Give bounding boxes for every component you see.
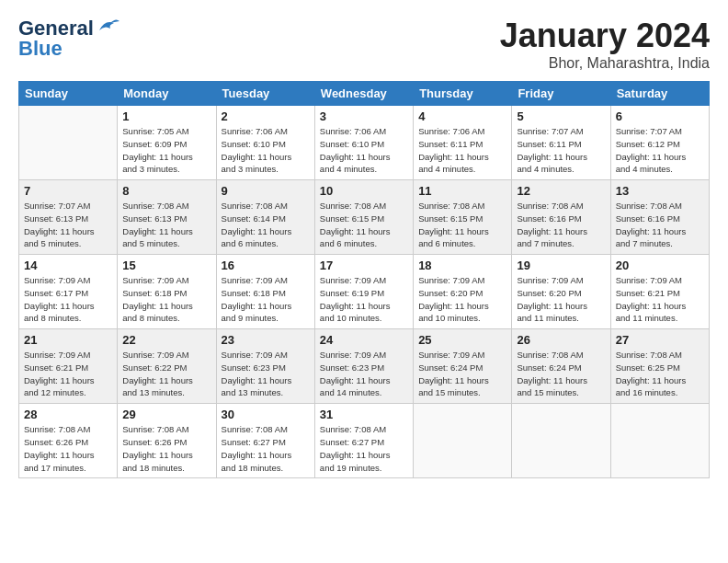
col-friday: Friday [512,82,610,106]
day-info: Sunrise: 7:08 AM Sunset: 6:26 PM Dayligh… [24,423,112,474]
day-info: Sunrise: 7:09 AM Sunset: 6:20 PM Dayligh… [418,274,506,325]
day-info: Sunrise: 7:07 AM Sunset: 6:12 PM Dayligh… [616,125,704,176]
calendar-day-cell: 24Sunrise: 7:09 AM Sunset: 6:23 PM Dayli… [314,329,413,404]
day-info: Sunrise: 7:08 AM Sunset: 6:26 PM Dayligh… [122,423,210,474]
calendar-day-cell: 23Sunrise: 7:09 AM Sunset: 6:23 PM Dayli… [216,329,314,404]
day-info: Sunrise: 7:09 AM Sunset: 6:17 PM Dayligh… [24,274,112,325]
calendar-day-cell: 28Sunrise: 7:08 AM Sunset: 6:26 PM Dayli… [19,404,118,478]
calendar-day-cell: 11Sunrise: 7:08 AM Sunset: 6:15 PM Dayli… [414,180,512,255]
calendar-day-cell: 2Sunrise: 7:06 AM Sunset: 6:10 PM Daylig… [216,106,314,180]
calendar-day-cell: 30Sunrise: 7:08 AM Sunset: 6:27 PM Dayli… [216,404,314,478]
day-number: 2 [222,109,310,123]
calendar-week-row: 28Sunrise: 7:08 AM Sunset: 6:26 PM Dayli… [19,404,710,478]
calendar-day-cell [610,404,709,478]
logo-bird-icon [96,17,121,36]
calendar-header-row: Sunday Monday Tuesday Wednesday Thursday… [19,82,710,106]
calendar-day-cell: 12Sunrise: 7:08 AM Sunset: 6:16 PM Dayli… [512,180,610,255]
col-thursday: Thursday [414,82,512,106]
col-saturday: Saturday [610,82,709,106]
day-info: Sunrise: 7:09 AM Sunset: 6:19 PM Dayligh… [320,274,408,325]
day-number: 25 [418,333,506,347]
calendar-day-cell: 17Sunrise: 7:09 AM Sunset: 6:19 PM Dayli… [314,255,413,329]
day-number: 3 [320,109,408,123]
calendar-day-cell: 9Sunrise: 7:08 AM Sunset: 6:14 PM Daylig… [216,180,314,255]
day-number: 4 [418,109,506,123]
calendar-day-cell: 4Sunrise: 7:06 AM Sunset: 6:11 PM Daylig… [414,106,512,180]
day-number: 22 [122,333,210,347]
day-number: 29 [122,408,210,421]
page-header: General Blue January 2024 Bhor, Maharash… [18,17,710,72]
day-number: 23 [222,333,310,347]
day-number: 28 [24,408,112,421]
day-info: Sunrise: 7:08 AM Sunset: 6:27 PM Dayligh… [222,423,310,474]
calendar-week-row: 21Sunrise: 7:09 AM Sunset: 6:21 PM Dayli… [19,329,710,404]
col-wednesday: Wednesday [314,82,413,106]
calendar-day-cell: 6Sunrise: 7:07 AM Sunset: 6:12 PM Daylig… [610,106,709,180]
day-info: Sunrise: 7:06 AM Sunset: 6:11 PM Dayligh… [418,125,506,176]
calendar-day-cell: 16Sunrise: 7:09 AM Sunset: 6:18 PM Dayli… [216,255,314,329]
day-info: Sunrise: 7:08 AM Sunset: 6:16 PM Dayligh… [616,200,704,250]
sub-title: Bhor, Maharashtra, India [500,55,710,72]
day-number: 9 [222,184,310,198]
calendar-week-row: 7Sunrise: 7:07 AM Sunset: 6:13 PM Daylig… [19,180,710,255]
calendar-day-cell: 8Sunrise: 7:08 AM Sunset: 6:13 PM Daylig… [118,180,216,255]
calendar-week-row: 14Sunrise: 7:09 AM Sunset: 6:17 PM Dayli… [19,255,710,329]
calendar-day-cell [512,404,610,478]
day-info: Sunrise: 7:09 AM Sunset: 6:21 PM Dayligh… [24,349,112,399]
col-monday: Monday [118,82,216,106]
day-number: 18 [418,259,506,272]
calendar-day-cell: 25Sunrise: 7:09 AM Sunset: 6:24 PM Dayli… [414,329,512,404]
calendar-day-cell: 22Sunrise: 7:09 AM Sunset: 6:22 PM Dayli… [118,329,216,404]
day-number: 6 [616,109,704,123]
day-number: 21 [24,333,112,347]
day-number: 5 [517,109,605,123]
calendar-day-cell: 13Sunrise: 7:08 AM Sunset: 6:16 PM Dayli… [610,180,709,255]
day-number: 15 [122,259,210,272]
calendar-day-cell: 3Sunrise: 7:06 AM Sunset: 6:10 PM Daylig… [314,106,413,180]
day-info: Sunrise: 7:08 AM Sunset: 6:25 PM Dayligh… [616,349,704,399]
day-info: Sunrise: 7:08 AM Sunset: 6:15 PM Dayligh… [320,200,408,250]
calendar-week-row: 1Sunrise: 7:05 AM Sunset: 6:09 PM Daylig… [19,106,710,180]
calendar-day-cell: 29Sunrise: 7:08 AM Sunset: 6:26 PM Dayli… [118,404,216,478]
day-number: 8 [122,184,210,198]
calendar-day-cell: 18Sunrise: 7:09 AM Sunset: 6:20 PM Dayli… [414,255,512,329]
calendar-day-cell: 10Sunrise: 7:08 AM Sunset: 6:15 PM Dayli… [314,180,413,255]
day-number: 14 [24,259,112,272]
calendar-day-cell: 15Sunrise: 7:09 AM Sunset: 6:18 PM Dayli… [118,255,216,329]
day-info: Sunrise: 7:07 AM Sunset: 6:11 PM Dayligh… [517,125,605,176]
day-info: Sunrise: 7:09 AM Sunset: 6:24 PM Dayligh… [418,349,506,399]
calendar-day-cell: 1Sunrise: 7:05 AM Sunset: 6:09 PM Daylig… [118,106,216,180]
title-block: January 2024 Bhor, Maharashtra, India [500,17,710,72]
calendar-day-cell: 21Sunrise: 7:09 AM Sunset: 6:21 PM Dayli… [19,329,118,404]
day-number: 31 [320,408,408,421]
day-number: 1 [122,109,210,123]
logo-blue-text: Blue [18,37,63,61]
day-info: Sunrise: 7:09 AM Sunset: 6:18 PM Dayligh… [222,274,310,325]
day-number: 10 [320,184,408,198]
calendar-day-cell: 14Sunrise: 7:09 AM Sunset: 6:17 PM Dayli… [19,255,118,329]
day-info: Sunrise: 7:08 AM Sunset: 6:16 PM Dayligh… [517,200,605,250]
day-info: Sunrise: 7:06 AM Sunset: 6:10 PM Dayligh… [222,125,310,176]
day-number: 24 [320,333,408,347]
day-number: 11 [418,184,506,198]
calendar-day-cell: 20Sunrise: 7:09 AM Sunset: 6:21 PM Dayli… [610,255,709,329]
calendar-table: Sunday Monday Tuesday Wednesday Thursday… [18,81,710,478]
day-number: 7 [24,184,112,198]
day-number: 16 [222,259,310,272]
day-info: Sunrise: 7:07 AM Sunset: 6:13 PM Dayligh… [24,200,112,250]
day-info: Sunrise: 7:05 AM Sunset: 6:09 PM Dayligh… [122,125,210,176]
day-info: Sunrise: 7:08 AM Sunset: 6:14 PM Dayligh… [222,200,310,250]
day-number: 26 [517,333,605,347]
calendar-day-cell: 27Sunrise: 7:08 AM Sunset: 6:25 PM Dayli… [610,329,709,404]
calendar-day-cell [19,106,118,180]
day-info: Sunrise: 7:08 AM Sunset: 6:13 PM Dayligh… [122,200,210,250]
day-number: 17 [320,259,408,272]
day-number: 27 [616,333,704,347]
day-info: Sunrise: 7:09 AM Sunset: 6:21 PM Dayligh… [616,274,704,325]
calendar-day-cell: 5Sunrise: 7:07 AM Sunset: 6:11 PM Daylig… [512,106,610,180]
calendar-day-cell [414,404,512,478]
day-number: 19 [517,259,605,272]
calendar-day-cell: 26Sunrise: 7:08 AM Sunset: 6:24 PM Dayli… [512,329,610,404]
col-sunday: Sunday [19,82,118,106]
day-info: Sunrise: 7:09 AM Sunset: 6:23 PM Dayligh… [320,349,408,399]
